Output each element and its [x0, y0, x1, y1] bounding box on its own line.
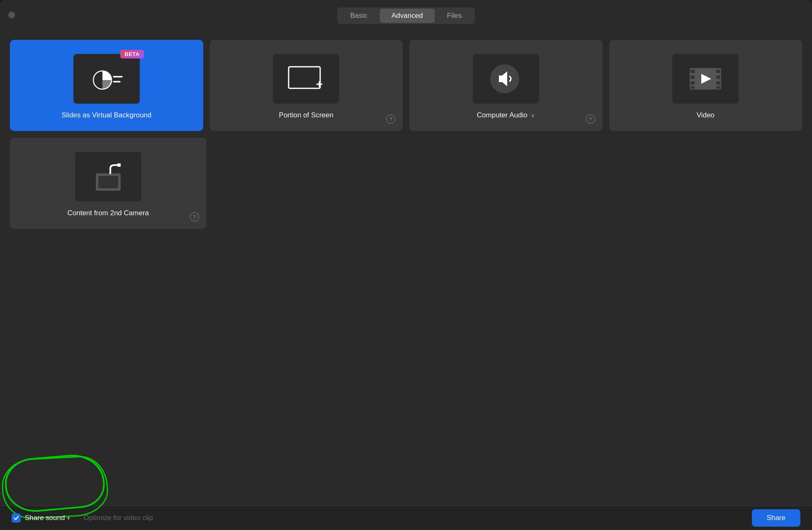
svg-rect-18 [98, 176, 118, 188]
svg-rect-12 [716, 70, 720, 73]
slides-label: Slides as Virtual Background [61, 111, 151, 119]
share-sound-checkbox[interactable] [12, 513, 21, 523]
camera-2nd-icon [88, 160, 129, 193]
slides-icon [88, 64, 125, 93]
close-dot[interactable] [8, 12, 15, 18]
camera-2nd-label: Content from 2nd Camera [67, 209, 149, 217]
svg-rect-11 [690, 86, 695, 89]
checkmark-icon [13, 515, 19, 521]
svg-rect-14 [716, 81, 720, 85]
empty-area [213, 138, 802, 229]
computer-audio-help-icon[interactable]: ? [586, 114, 595, 124]
portion-screen-icon [285, 63, 327, 95]
portion-screen-label-row: Portion of Screen [279, 111, 333, 119]
computer-audio-icon-box [473, 54, 539, 104]
computer-audio-label-row: Computer Audio ∨ [477, 111, 535, 119]
computer-audio-dropdown-arrow[interactable]: ∨ [531, 112, 535, 119]
slides-icon-box: BETA [73, 54, 140, 104]
camera-2nd-help-icon[interactable]: ? [190, 212, 199, 221]
svg-rect-19 [117, 163, 121, 167]
portion-of-screen-item[interactable]: Portion of Screen ? [210, 40, 403, 131]
svg-rect-13 [716, 75, 720, 79]
video-item[interactable]: Video [609, 40, 802, 131]
computer-audio-icon [487, 62, 525, 95]
svg-rect-15 [716, 86, 720, 89]
main-window: Basic Advanced Files BETA [0, 0, 812, 530]
tab-advanced[interactable]: Advanced [380, 9, 435, 23]
portion-screen-icon-box [273, 54, 339, 104]
content-2nd-camera-item[interactable]: Content from 2nd Camera ? [10, 138, 207, 229]
tab-basic[interactable]: Basic [338, 9, 379, 23]
tab-files[interactable]: Files [435, 9, 474, 23]
portion-screen-help-icon[interactable]: ? [386, 114, 395, 124]
share-sound-group: Share sound ▾ [12, 513, 70, 523]
title-bar: Basic Advanced Files [0, 0, 812, 32]
tab-group: Basic Advanced Files [337, 7, 474, 24]
svg-rect-8 [690, 70, 695, 73]
camera-2nd-icon-box [75, 152, 141, 202]
slides-virtual-bg-item[interactable]: BETA Slides as Virtual Background [10, 40, 203, 131]
share-button[interactable]: Share [752, 509, 800, 527]
svg-rect-9 [690, 75, 695, 79]
camera-2nd-label-row: Content from 2nd Camera [67, 209, 149, 217]
traffic-light [8, 12, 15, 20]
beta-badge: BETA [120, 50, 143, 58]
video-icon [685, 62, 726, 95]
computer-audio-label: Computer Audio [477, 111, 528, 119]
svg-rect-10 [690, 81, 695, 85]
optimize-label: Optimize for video clip [83, 514, 153, 522]
svg-rect-3 [289, 67, 320, 88]
share-options-row1: BETA Slides as Virtual Background [10, 40, 802, 131]
share-sound-label[interactable]: Share sound ▾ [25, 514, 70, 522]
share-sound-dropdown-arrow[interactable]: ▾ [67, 515, 70, 521]
content-area: BETA Slides as Virtual Background [0, 32, 812, 506]
video-icon-box [672, 54, 739, 104]
bottom-bar: Share sound ▾ Optimize for video clip Sh… [0, 506, 812, 530]
video-label: Video [697, 111, 715, 119]
portion-screen-label: Portion of Screen [279, 111, 333, 119]
share-options-row2: Content from 2nd Camera ? [10, 138, 802, 229]
computer-audio-item[interactable]: Computer Audio ∨ ? [409, 40, 603, 131]
share-sound-text: Share sound [25, 514, 65, 522]
